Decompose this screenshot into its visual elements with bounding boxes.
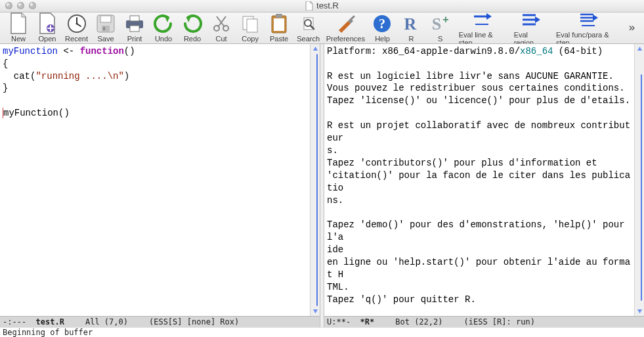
eval-region-icon bbox=[520, 12, 542, 29]
cut-button[interactable]: Cut bbox=[207, 12, 236, 44]
svg-rect-15 bbox=[274, 18, 284, 31]
scroll-up-arrow-icon[interactable] bbox=[311, 44, 320, 54]
open-button[interactable]: Open bbox=[33, 12, 62, 44]
eval-region-button[interactable]: Eval region bbox=[510, 12, 552, 44]
document-icon bbox=[305, 1, 313, 11]
svg-text:R: R bbox=[404, 14, 417, 34]
scroll-down-arrow-icon[interactable] bbox=[311, 306, 320, 316]
new-file-icon bbox=[9, 12, 28, 35]
console-modeline: U:**- *R* Bot (22,2) (iESS [R]: run) bbox=[324, 316, 644, 327]
paste-button[interactable]: Paste bbox=[265, 12, 293, 44]
toolbar-overflow-button[interactable]: » bbox=[625, 12, 639, 44]
svg-rect-8 bbox=[130, 16, 139, 21]
new-button[interactable]: New bbox=[4, 12, 33, 44]
svg-text:S: S bbox=[431, 14, 440, 34]
printer-icon bbox=[124, 14, 145, 34]
undo-button[interactable]: Undo bbox=[149, 12, 178, 44]
editor-scrollbar[interactable] bbox=[310, 44, 320, 316]
editor-pane: myFunction <- function() { cat("running … bbox=[0, 44, 320, 327]
svg-rect-16 bbox=[276, 14, 282, 18]
undo-icon bbox=[154, 14, 173, 34]
zoom-window-button[interactable] bbox=[29, 2, 36, 9]
eval-line-step-button[interactable]: Eval line & step bbox=[455, 12, 510, 44]
scroll-up-arrow-icon[interactable] bbox=[635, 44, 645, 54]
toolbar: New Open Recent Save Print Undo Redo Cut… bbox=[0, 12, 644, 44]
clipboard-icon bbox=[270, 13, 288, 34]
svg-rect-4 bbox=[100, 16, 111, 22]
r-console[interactable]: Platform: x86_64-apple-darwin9.8.0/x86_6… bbox=[324, 44, 634, 316]
s-app-button[interactable]: S+ S bbox=[425, 12, 454, 44]
print-button[interactable]: Print bbox=[120, 12, 149, 44]
svg-rect-6 bbox=[103, 27, 105, 30]
traffic-lights bbox=[5, 2, 36, 9]
close-window-button[interactable] bbox=[5, 2, 12, 9]
screwdriver-icon bbox=[335, 14, 355, 34]
eval-line-icon bbox=[471, 12, 494, 29]
svg-rect-9 bbox=[130, 26, 139, 32]
svg-rect-13 bbox=[247, 19, 257, 32]
copy-icon bbox=[240, 14, 260, 34]
svg-text:?: ? bbox=[379, 16, 385, 31]
r-app-button[interactable]: R R bbox=[397, 12, 425, 44]
recent-button[interactable]: Recent bbox=[62, 12, 91, 44]
save-icon bbox=[96, 14, 116, 34]
svg-point-2 bbox=[75, 23, 77, 25]
eval-func-para-step-button[interactable]: Eval func/para & step bbox=[552, 12, 625, 44]
svg-rect-19 bbox=[350, 15, 355, 20]
vertical-splitter[interactable] bbox=[320, 44, 324, 327]
help-icon: ? bbox=[372, 14, 392, 34]
svg-text:+: + bbox=[442, 14, 448, 25]
editor-modeline: -:--- test.R All (7,0) (ESS[S] [none] Ro… bbox=[0, 316, 320, 327]
scissors-icon bbox=[211, 14, 231, 34]
window-titlebar: test.R bbox=[0, 0, 644, 12]
svg-rect-5 bbox=[102, 26, 110, 32]
clock-icon bbox=[66, 13, 87, 34]
search-button[interactable]: Search bbox=[293, 12, 323, 44]
scroll-down-arrow-icon[interactable] bbox=[635, 306, 645, 316]
eval-func-icon bbox=[578, 12, 600, 29]
redo-button[interactable]: Redo bbox=[178, 12, 207, 44]
redo-icon bbox=[182, 14, 202, 34]
console-scrollbar[interactable] bbox=[634, 44, 644, 316]
copy-button[interactable]: Copy bbox=[236, 12, 265, 44]
r-letter-icon: R bbox=[401, 14, 421, 34]
main-content: myFunction <- function() { cat("running … bbox=[0, 44, 644, 327]
preferences-button[interactable]: Preferences bbox=[323, 12, 368, 44]
minimize-window-button[interactable] bbox=[17, 2, 24, 9]
echo-area: Beginning of buffer bbox=[0, 327, 644, 337]
save-button[interactable]: Save bbox=[91, 12, 120, 44]
s-plus-icon: S+ bbox=[429, 14, 452, 34]
window-title: test.R bbox=[316, 1, 339, 11]
source-editor[interactable]: myFunction <- function() { cat("running … bbox=[0, 44, 310, 316]
help-button[interactable]: ? Help bbox=[368, 12, 397, 44]
magnifier-icon bbox=[299, 14, 318, 34]
open-file-icon bbox=[37, 12, 57, 35]
console-pane: Platform: x86_64-apple-darwin9.8.0/x86_6… bbox=[324, 44, 644, 327]
